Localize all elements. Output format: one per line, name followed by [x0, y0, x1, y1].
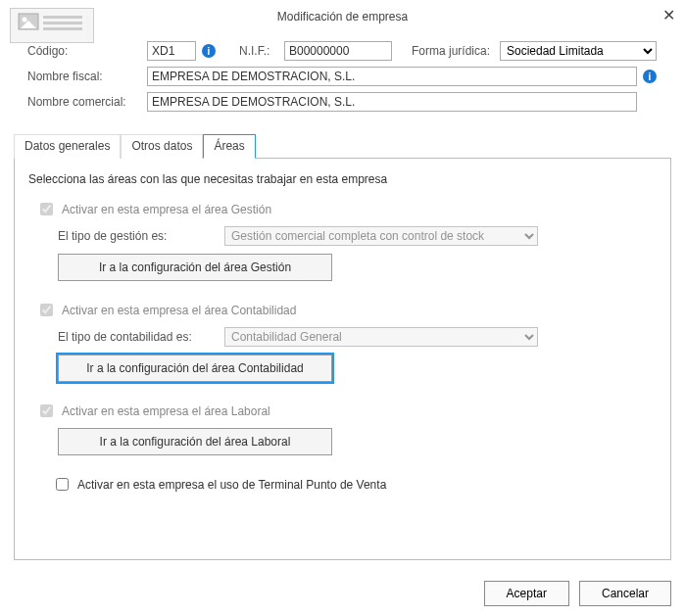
info-icon[interactable]: i [643, 70, 657, 83]
contab-tipo-select: Contabilidad General [224, 327, 538, 347]
svg-rect-3 [43, 16, 82, 19]
nombre-fiscal-label: Nombre fiscal: [27, 70, 141, 83]
contab-checkbox [40, 304, 53, 316]
close-icon[interactable]: ✕ [662, 6, 675, 24]
contab-config-button[interactable]: Ir a la configuración del área Contabili… [58, 355, 332, 382]
forma-select[interactable]: Sociedad Limitada [500, 41, 657, 61]
nombre-fiscal-input[interactable] [147, 67, 637, 86]
dialog-window: Modificación de empresa ✕ Código: i N.I.… [0, 0, 685, 616]
nombre-comercial-input[interactable] [147, 92, 637, 112]
gestion-tipo-label: El tipo de gestión es: [58, 229, 215, 243]
accept-button[interactable]: Aceptar [484, 581, 569, 606]
info-icon[interactable]: i [202, 44, 216, 58]
forma-label: Forma jurídica: [412, 44, 494, 58]
contab-checkbox-row: Activar en esta empresa el área Contabil… [36, 301, 657, 319]
nombre-comercial-label: Nombre comercial: [27, 95, 141, 109]
nif-label: N.I.F.: [239, 44, 278, 58]
laboral-checkbox [40, 404, 53, 417]
gestion-checkbox [40, 203, 53, 215]
header-form: Código: i N.I.F.: Forma jurídica: Socied… [0, 24, 685, 123]
dialog-footer: Aceptar Cancelar [484, 581, 671, 606]
tpv-checkbox-row[interactable]: Activar en esta empresa el uso de Termin… [52, 475, 657, 494]
tab-areas[interactable]: Áreas [203, 134, 255, 159]
svg-rect-5 [43, 27, 82, 30]
laboral-checkbox-row: Activar en esta empresa el área Laboral [36, 402, 657, 420]
dialog-title: Modificación de empresa [0, 0, 685, 24]
gestion-tipo-select: Gestión comercial completa con control d… [224, 226, 538, 246]
tpv-checkbox-label: Activar en esta empresa el uso de Termin… [77, 478, 386, 492]
svg-rect-4 [43, 22, 82, 24]
tab-otros-datos[interactable]: Otros datos [121, 134, 203, 159]
codigo-input[interactable] [147, 41, 196, 61]
laboral-config-button[interactable]: Ir a la configuración del área Laboral [58, 428, 332, 455]
gestion-config-button[interactable]: Ir a la configuración del área Gestión [58, 254, 332, 281]
app-logo [10, 8, 94, 43]
areas-panel: Selecciona las áreas con las que necesit… [14, 159, 671, 560]
tab-datos-generales[interactable]: Datos generales [14, 134, 121, 159]
nif-input[interactable] [284, 41, 392, 61]
panel-intro: Selecciona las áreas con las que necesit… [28, 172, 657, 186]
svg-point-1 [23, 18, 27, 23]
tpv-checkbox[interactable] [56, 478, 69, 491]
cancel-button[interactable]: Cancelar [579, 581, 671, 606]
contab-tipo-label: El tipo de contabilidad es: [58, 330, 215, 344]
gestion-checkbox-label: Activar en esta empresa el área Gestión [62, 203, 271, 216]
contab-checkbox-label: Activar en esta empresa el área Contabil… [62, 304, 296, 317]
gestion-checkbox-row: Activar en esta empresa el área Gestión [36, 200, 657, 218]
tabs: Datos generales Otros datos Áreas [14, 133, 671, 159]
codigo-label: Código: [27, 44, 141, 58]
laboral-checkbox-label: Activar en esta empresa el área Laboral [62, 404, 270, 418]
